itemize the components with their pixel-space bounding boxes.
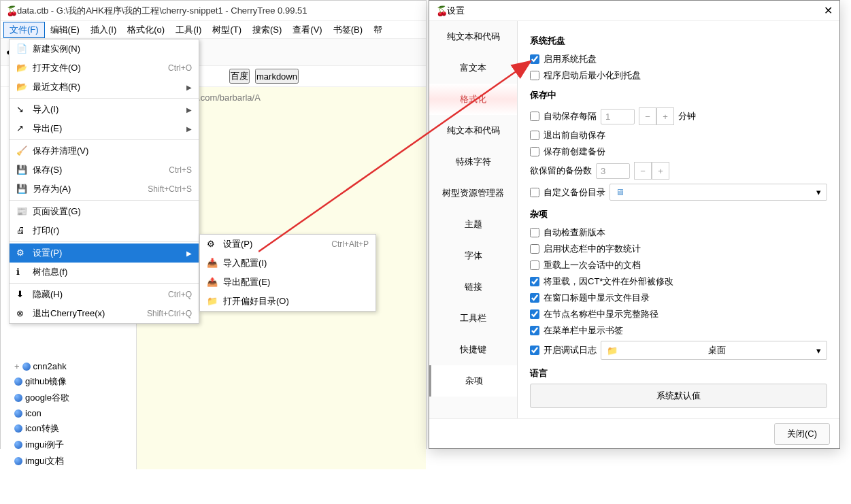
cb-word-count[interactable] (530, 244, 539, 254)
menu-open-file[interactable]: 📂打开文件(O)Ctrl+O (10, 58, 199, 78)
cb-show-bookmarks[interactable] (530, 326, 539, 335)
import-config-icon: 📥 (207, 258, 218, 269)
debug-log-dir-combo[interactable]: 📁桌面▾ (601, 341, 827, 360)
folder-icon: 📁 (207, 296, 218, 307)
recent-icon: 📂 (16, 82, 27, 93)
window-title: data.ctb - G:\我的AHK程序\我的工程\cherry-snippe… (17, 5, 307, 17)
menu-recent[interactable]: 📂最近文档(R)▶ (10, 78, 199, 97)
hide-icon: ⬇ (16, 289, 27, 300)
settings-title: 设置 (447, 5, 824, 17)
chevron-down-icon: ▾ (816, 187, 821, 197)
chevron-down-icon: ▾ (816, 346, 821, 356)
menu-hide[interactable]: ⬇隐藏(H)Ctrl+Q (10, 285, 199, 304)
menu-view[interactable]: 查看(V) (287, 22, 327, 37)
menu-tree[interactable]: 树型(T) (207, 22, 247, 37)
spin-down[interactable]: − (639, 107, 656, 125)
vacuum-icon: 🧹 (16, 146, 27, 156)
btn-baidu[interactable]: 百度 (229, 69, 250, 84)
menu-bookmarks[interactable]: 书签(B) (328, 22, 368, 37)
menu-print[interactable]: 🖨打印(r) (10, 221, 199, 240)
btn-markdown[interactable]: markdown (255, 69, 299, 84)
nav-shortcuts[interactable]: 快捷键 (429, 334, 517, 365)
backup-count[interactable] (596, 163, 630, 179)
tree-item[interactable]: icon (1, 406, 136, 420)
menu-preferences[interactable]: ⚙设置(P)▶ (10, 243, 199, 263)
nav-theme[interactable]: 主题 (429, 209, 517, 240)
saveas-icon: 💾 (16, 184, 27, 195)
tree-item[interactable]: google谷歌 (1, 390, 136, 406)
settings-content: 系统托盘 启用系统托盘 程序启动后最小化到托盘 保存中 自动保存每隔 −+ 分钟… (518, 21, 839, 418)
spin-up[interactable]: + (652, 162, 669, 180)
settings-footer: 关闭(C) (429, 418, 839, 448)
cb-reload-session[interactable] (530, 261, 539, 270)
menu-vacuum[interactable]: 🧹保存并清理(V) (10, 141, 199, 161)
tree-item[interactable]: icon转换 (1, 420, 136, 437)
nav-tree-explorer[interactable]: 树型资源管理器 (429, 178, 517, 209)
menu-help[interactable]: 帮 (368, 22, 388, 37)
menu-page-setup[interactable]: 📰页面设置(G) (10, 202, 199, 221)
cb-autosave[interactable] (530, 112, 539, 121)
menu-quit[interactable]: ⊗退出CherryTree(x)Shift+Ctrl+Q (10, 304, 199, 323)
menu-file[interactable]: 文件(F) (3, 22, 45, 38)
submenu-import-config[interactable]: 📥导入配置(I) (200, 254, 376, 273)
menu-format[interactable]: 格式化(o) (122, 22, 170, 37)
cb-save-on-quit[interactable] (530, 131, 539, 140)
cb-show-full-path[interactable] (530, 309, 539, 319)
nav-fonts[interactable]: 字体 (429, 240, 517, 271)
tree-item[interactable]: +cnn2ahk (1, 359, 136, 373)
page-icon: 📰 (16, 206, 27, 217)
cb-reload-modified[interactable] (530, 277, 539, 286)
nav-format[interactable]: 格式化 (429, 84, 517, 115)
submenu-preferences[interactable]: ⚙设置(P)Ctrl+Alt+P (200, 235, 376, 254)
nav-special-chars[interactable]: 特殊字符 (429, 146, 517, 178)
cb-debug-log[interactable] (530, 346, 539, 355)
folder-icon: 📁 (607, 346, 618, 356)
nav-toolbar[interactable]: 工具栏 (429, 303, 517, 334)
new-icon: 📄 (16, 44, 27, 54)
cb-min-to-tray[interactable] (530, 71, 539, 80)
save-icon: 💾 (16, 165, 27, 175)
cb-show-path-title[interactable] (530, 293, 539, 303)
menu-export[interactable]: ↗导出(E)▶ (10, 119, 199, 138)
nav-plaintext[interactable]: 纯文本和代码 (429, 21, 517, 52)
quit-icon: ⊗ (16, 308, 27, 319)
section-misc: 杂项 (530, 208, 827, 220)
nav-links[interactable]: 链接 (429, 271, 517, 303)
close-icon[interactable]: ✕ (824, 4, 833, 17)
cb-custom-backup-dir[interactable] (530, 188, 539, 197)
tree-item[interactable]: imgui例子 (1, 437, 136, 453)
backup-dir-combo[interactable]: 🖥▾ (610, 184, 827, 201)
cb-check-update[interactable] (530, 228, 539, 237)
menu-insert[interactable]: 插入(I) (85, 22, 122, 37)
menu-save-as[interactable]: 💾另存为(A)Shift+Ctrl+S (10, 180, 199, 199)
nav-richtext[interactable]: 富文本 (429, 52, 517, 84)
tree-item[interactable]: imgui文档 (1, 453, 136, 469)
file-menu-dropdown: 📄新建实例(N) 📂打开文件(O)Ctrl+O 📂最近文档(R)▶ ↘导入(I)… (9, 39, 199, 324)
cb-enable-tray[interactable] (530, 54, 539, 64)
export-config-icon: 📤 (207, 277, 218, 288)
settings-dialog: 设置 ✕ 纯文本和代码 富文本 格式化 纯文本和代码 特殊字符 树型资源管理器 … (429, 0, 840, 449)
settings-submenu: ⚙设置(P)Ctrl+Alt+P 📥导入配置(I) 📤导出配置(E) 📁打开偏好… (199, 234, 376, 312)
submenu-export-config[interactable]: 📤导出配置(E) (200, 273, 376, 292)
prefs-icon: ⚙ (207, 239, 218, 250)
menu-edit[interactable]: 编辑(E) (45, 22, 85, 37)
cb-backup-before-save[interactable] (530, 147, 539, 156)
menu-import[interactable]: ↘导入(I)▶ (10, 100, 199, 119)
menu-new-instance[interactable]: 📄新建实例(N) (10, 39, 199, 58)
titlebar: data.ctb - G:\我的AHK程序\我的工程\cherry-snippe… (1, 1, 426, 21)
nav-plaintext2[interactable]: 纯文本和代码 (429, 115, 517, 146)
autosave-interval[interactable] (601, 109, 635, 124)
submenu-open-pref-dir[interactable]: 📁打开偏好目录(O) (200, 292, 376, 311)
menu-save[interactable]: 💾保存(S)Ctrl+S (10, 161, 199, 180)
info-icon: ℹ (16, 267, 27, 278)
menu-tools[interactable]: 工具(I) (170, 22, 207, 37)
menu-tree-info[interactable]: ℹ树信息(f) (10, 263, 199, 282)
open-icon: 📂 (16, 63, 27, 73)
tree-item[interactable]: github镜像 (1, 373, 136, 390)
btn-system-default[interactable]: 系统默认值 (530, 384, 827, 408)
menu-search[interactable]: 搜索(S) (247, 22, 287, 37)
spin-down[interactable]: − (634, 162, 652, 180)
btn-close[interactable]: 关闭(C) (774, 423, 830, 445)
nav-misc[interactable]: 杂项 (429, 365, 517, 397)
spin-up[interactable]: + (656, 107, 674, 125)
